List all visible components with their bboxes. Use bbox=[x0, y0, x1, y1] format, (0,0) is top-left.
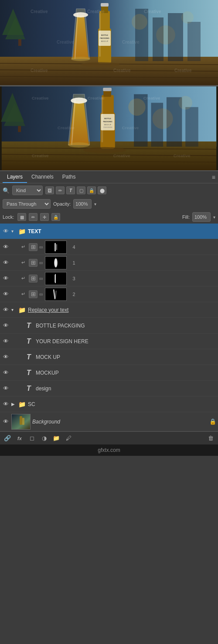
layer-row-1[interactable]: 👁 ↵ ⊞ ∞ 1 bbox=[0, 255, 218, 271]
svg-point-13 bbox=[156, 25, 175, 45]
svg-point-51 bbox=[152, 108, 173, 129]
layer-row-mock-up[interactable]: 👁 T MOCK UP bbox=[0, 349, 218, 365]
layer-name-mockup: MOCKUP bbox=[36, 370, 216, 376]
fill-input[interactable] bbox=[192, 212, 211, 222]
blend-mode-select[interactable]: Pass Through Normal Multiply Screen bbox=[3, 199, 51, 209]
expand-replace-group[interactable]: ▾ bbox=[11, 307, 16, 312]
layer-thumb-4 bbox=[45, 241, 67, 254]
grid-icon-3: ⊞ bbox=[29, 275, 37, 282]
grid-icon-2: ⊞ bbox=[29, 290, 37, 298]
link-layers-btn[interactable]: 🔗 bbox=[3, 434, 12, 443]
expand-text-group[interactable]: ▾ bbox=[11, 229, 16, 234]
svg-text:PACKGING: PACKGING bbox=[100, 37, 109, 39]
svg-text:Creative: Creative bbox=[113, 68, 131, 73]
visibility-design[interactable]: 👁 bbox=[2, 385, 10, 393]
fill-dropdown-icon[interactable]: ▾ bbox=[213, 215, 215, 220]
tab-layers[interactable]: Layers bbox=[3, 172, 27, 183]
text-layer-icon-design2: T bbox=[24, 385, 34, 393]
kind-select[interactable]: Kind bbox=[12, 186, 43, 195]
filter-row: 🔍 Kind 🖼 ✏ T ▢ 🔒 ⬤ bbox=[0, 183, 218, 197]
filter-shape-icon[interactable]: ▢ bbox=[77, 186, 85, 194]
lock-artboard-btn[interactable]: 🔒 bbox=[51, 213, 60, 221]
layer-name-replace-group: Replace your text bbox=[28, 307, 216, 313]
filter-adjust-icon[interactable]: ✏ bbox=[56, 186, 65, 194]
layer-row-design[interactable]: 👁 T design bbox=[0, 381, 218, 396]
layer-row-sc-group[interactable]: 👁 ▶ 📁 SC bbox=[0, 396, 218, 412]
svg-rect-21 bbox=[99, 11, 110, 33]
layer-row-replace-group[interactable]: 👁 ▾ 📁 Replace your text bbox=[0, 302, 218, 318]
text-layer-icon-design: T bbox=[24, 337, 34, 345]
visibility-mockup[interactable]: 👁 bbox=[2, 369, 10, 377]
new-layer-btn[interactable]: 🖊 bbox=[64, 434, 73, 443]
search-icon: 🔍 bbox=[3, 187, 10, 194]
lock-row: Lock: ▩ ✏ ✛ 🔒 Fill: ▾ bbox=[0, 210, 218, 224]
visibility-layer-1[interactable]: 👁 bbox=[2, 259, 10, 267]
filter-color-icon[interactable]: ⬤ bbox=[98, 186, 106, 194]
visibility-text-group[interactable]: 👁 bbox=[2, 227, 10, 235]
expand-sc-group[interactable]: ▶ bbox=[11, 402, 16, 406]
visibility-sc-group[interactable]: 👁 bbox=[2, 400, 10, 408]
visibility-layer-4[interactable]: 👁 bbox=[2, 243, 10, 251]
svg-text:Creative: Creative bbox=[31, 68, 48, 73]
visibility-your-design[interactable]: 👁 bbox=[2, 337, 10, 345]
delete-layer-btn[interactable]: 🗑 bbox=[206, 434, 215, 443]
layer-name-text-group: TEXT bbox=[28, 228, 216, 234]
blend-row: Pass Through Normal Multiply Screen Opac… bbox=[0, 197, 218, 210]
visibility-replace-group[interactable]: 👁 bbox=[2, 306, 10, 314]
svg-rect-45 bbox=[18, 126, 21, 132]
svg-point-55 bbox=[71, 98, 87, 104]
visibility-layer-2[interactable]: 👁 bbox=[2, 290, 10, 298]
tab-channels[interactable]: Channels bbox=[27, 172, 58, 183]
svg-text:Creative: Creative bbox=[122, 40, 140, 45]
layer-number-1: 1 bbox=[68, 260, 75, 265]
svg-rect-78 bbox=[54, 243, 56, 251]
lock-label: Lock: bbox=[3, 214, 14, 220]
layer-row-3[interactable]: 👁 ↵ ⊞ ∞ 3 bbox=[0, 271, 218, 286]
panel-menu-icon[interactable]: ≡ bbox=[212, 174, 215, 181]
photo-area-1: BOTTLE PACKGING MOCK UP Creative Creativ… bbox=[0, 0, 218, 85]
layer-row-mockup[interactable]: 👁 T MOCKUP bbox=[0, 365, 218, 381]
opacity-dropdown-icon[interactable]: ▾ bbox=[94, 202, 96, 207]
filter-pixel-icon[interactable]: 🖼 bbox=[45, 186, 54, 194]
layer-row-2[interactable]: 👁 ↵ ⊞ ∞ 2 bbox=[0, 286, 218, 302]
svg-text:PACKGING: PACKGING bbox=[103, 121, 112, 123]
visibility-mock-up[interactable]: 👁 bbox=[2, 353, 10, 361]
visibility-layer-3[interactable]: 👁 bbox=[2, 275, 10, 282]
layer-row-your-design[interactable]: 👁 T YOUR DESIGN HERE bbox=[0, 334, 218, 349]
filter-text-icon[interactable]: T bbox=[66, 186, 75, 194]
svg-text:Creative: Creative bbox=[87, 9, 105, 14]
text-layer-icon-mockup2: T bbox=[24, 369, 34, 377]
svg-point-29 bbox=[81, 62, 120, 67]
layer-thumb-1 bbox=[45, 256, 67, 269]
lock-position-btn[interactable]: ✛ bbox=[40, 213, 49, 221]
svg-rect-84 bbox=[55, 274, 56, 283]
opacity-input[interactable] bbox=[73, 199, 92, 209]
new-group-btn[interactable]: 📁 bbox=[51, 434, 61, 443]
visibility-bottle-packging[interactable]: 👁 bbox=[2, 322, 10, 330]
svg-text:Creative: Creative bbox=[144, 9, 161, 14]
layer-name-mock-up: MOCK UP bbox=[36, 354, 216, 360]
folder-icon-sc: 📁 bbox=[17, 400, 26, 408]
svg-text:Creative: Creative bbox=[143, 96, 160, 100]
smart-filter-icon-2: ↵ bbox=[19, 291, 27, 297]
layer-row-4[interactable]: 👁 ↵ ⊞ ∞ 4 bbox=[0, 239, 218, 255]
layer-row-text-group[interactable]: 👁 ▾ 📁 TEXT bbox=[0, 224, 218, 239]
add-mask-btn[interactable]: ◻ bbox=[27, 434, 37, 443]
svg-text:BOTTLE: BOTTLE bbox=[101, 34, 108, 36]
filter-smart-icon[interactable]: 🔒 bbox=[87, 186, 96, 194]
new-fill-btn[interactable]: ◑ bbox=[39, 434, 49, 443]
svg-text:Creative: Creative bbox=[88, 96, 105, 100]
visibility-background[interactable]: 👁 bbox=[2, 418, 10, 426]
fx-btn[interactable]: fx bbox=[15, 434, 24, 443]
lock-transparency-btn[interactable]: ▩ bbox=[17, 213, 26, 221]
svg-rect-23 bbox=[101, 3, 109, 7]
svg-point-12 bbox=[132, 14, 147, 30]
layer-name-sc-group: SC bbox=[28, 401, 35, 407]
lock-image-btn[interactable]: ✏ bbox=[29, 213, 37, 221]
fill-label: Fill: bbox=[182, 214, 190, 220]
tab-paths[interactable]: Paths bbox=[58, 172, 80, 183]
svg-rect-11 bbox=[187, 22, 201, 61]
layer-thumb-3 bbox=[45, 272, 67, 285]
layer-row-bottle-packging[interactable]: 👁 T BOTTLE PACKGING bbox=[0, 318, 218, 334]
layer-row-background[interactable]: 👁 Background 🔒 bbox=[0, 412, 218, 431]
